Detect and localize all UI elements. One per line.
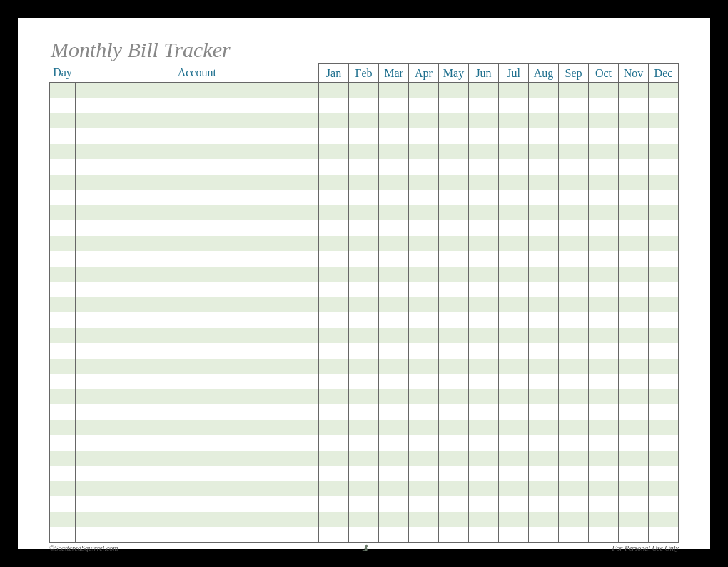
cell-month[interactable] <box>319 175 349 190</box>
cell-month[interactable] <box>589 466 619 481</box>
cell-month[interactable] <box>499 481 529 497</box>
cell-month[interactable] <box>409 435 439 451</box>
cell-day[interactable] <box>50 435 76 451</box>
cell-month[interactable] <box>439 435 469 451</box>
cell-month[interactable] <box>379 435 409 451</box>
cell-month[interactable] <box>379 128 409 144</box>
cell-month[interactable] <box>649 128 679 144</box>
cell-month[interactable] <box>499 190 529 205</box>
cell-day[interactable] <box>50 343 76 359</box>
cell-month[interactable] <box>589 297 619 313</box>
cell-day[interactable] <box>50 251 76 267</box>
cell-month[interactable] <box>649 328 679 344</box>
cell-account[interactable] <box>76 359 319 374</box>
cell-month[interactable] <box>349 389 379 405</box>
cell-month[interactable] <box>499 496 529 512</box>
cell-month[interactable] <box>589 512 619 528</box>
cell-month[interactable] <box>559 128 589 144</box>
cell-month[interactable] <box>349 496 379 512</box>
cell-month[interactable] <box>559 496 589 512</box>
cell-month[interactable] <box>499 297 529 313</box>
cell-month[interactable] <box>319 83 349 98</box>
cell-month[interactable] <box>649 190 679 205</box>
cell-month[interactable] <box>469 113 499 129</box>
cell-month[interactable] <box>529 220 559 236</box>
cell-month[interactable] <box>439 220 469 236</box>
cell-month[interactable] <box>379 113 409 129</box>
cell-month[interactable] <box>409 512 439 528</box>
cell-month[interactable] <box>559 328 589 344</box>
cell-month[interactable] <box>529 83 559 98</box>
cell-month[interactable] <box>499 466 529 481</box>
cell-month[interactable] <box>649 159 679 175</box>
cell-month[interactable] <box>469 481 499 497</box>
cell-month[interactable] <box>529 267 559 282</box>
cell-month[interactable] <box>589 404 619 420</box>
cell-month[interactable] <box>319 343 349 359</box>
cell-month[interactable] <box>379 175 409 190</box>
cell-month[interactable] <box>529 481 559 497</box>
cell-day[interactable] <box>50 389 76 405</box>
cell-month[interactable] <box>559 527 589 543</box>
cell-month[interactable] <box>589 451 619 466</box>
cell-month[interactable] <box>439 159 469 175</box>
cell-month[interactable] <box>379 404 409 420</box>
cell-month[interactable] <box>649 205 679 221</box>
cell-month[interactable] <box>319 512 349 528</box>
cell-month[interactable] <box>319 389 349 405</box>
cell-month[interactable] <box>559 282 589 297</box>
cell-month[interactable] <box>439 190 469 205</box>
cell-month[interactable] <box>319 282 349 297</box>
cell-day[interactable] <box>50 83 76 98</box>
cell-month[interactable] <box>469 359 499 374</box>
cell-account[interactable] <box>76 113 319 129</box>
cell-month[interactable] <box>499 175 529 190</box>
cell-month[interactable] <box>349 466 379 481</box>
cell-month[interactable] <box>469 527 499 543</box>
cell-month[interactable] <box>379 374 409 389</box>
cell-month[interactable] <box>649 481 679 497</box>
cell-month[interactable] <box>589 282 619 297</box>
cell-account[interactable] <box>76 159 319 175</box>
cell-month[interactable] <box>589 190 619 205</box>
cell-month[interactable] <box>649 389 679 405</box>
cell-month[interactable] <box>379 267 409 282</box>
cell-account[interactable] <box>76 297 319 313</box>
cell-month[interactable] <box>409 389 439 405</box>
cell-month[interactable] <box>619 420 649 436</box>
cell-month[interactable] <box>529 389 559 405</box>
cell-month[interactable] <box>619 282 649 297</box>
cell-month[interactable] <box>319 466 349 481</box>
cell-account[interactable] <box>76 481 319 497</box>
cell-day[interactable] <box>50 374 76 389</box>
cell-month[interactable] <box>319 527 349 543</box>
cell-month[interactable] <box>349 451 379 466</box>
cell-month[interactable] <box>469 83 499 98</box>
cell-month[interactable] <box>649 359 679 374</box>
cell-month[interactable] <box>349 128 379 144</box>
cell-month[interactable] <box>409 128 439 144</box>
cell-month[interactable] <box>469 98 499 113</box>
cell-month[interactable] <box>409 328 439 344</box>
cell-month[interactable] <box>649 435 679 451</box>
cell-day[interactable] <box>50 359 76 374</box>
cell-month[interactable] <box>499 359 529 374</box>
cell-month[interactable] <box>349 404 379 420</box>
cell-month[interactable] <box>439 128 469 144</box>
cell-month[interactable] <box>349 527 379 543</box>
cell-month[interactable] <box>529 496 559 512</box>
cell-month[interactable] <box>439 374 469 389</box>
cell-month[interactable] <box>619 113 649 129</box>
cell-month[interactable] <box>469 435 499 451</box>
cell-month[interactable] <box>379 359 409 374</box>
cell-month[interactable] <box>439 389 469 405</box>
cell-day[interactable] <box>50 113 76 129</box>
cell-month[interactable] <box>379 236 409 252</box>
cell-month[interactable] <box>529 312 559 328</box>
cell-month[interactable] <box>529 297 559 313</box>
cell-day[interactable] <box>50 236 76 252</box>
cell-month[interactable] <box>499 128 529 144</box>
cell-month[interactable] <box>319 404 349 420</box>
cell-account[interactable] <box>76 220 319 236</box>
cell-month[interactable] <box>439 251 469 267</box>
